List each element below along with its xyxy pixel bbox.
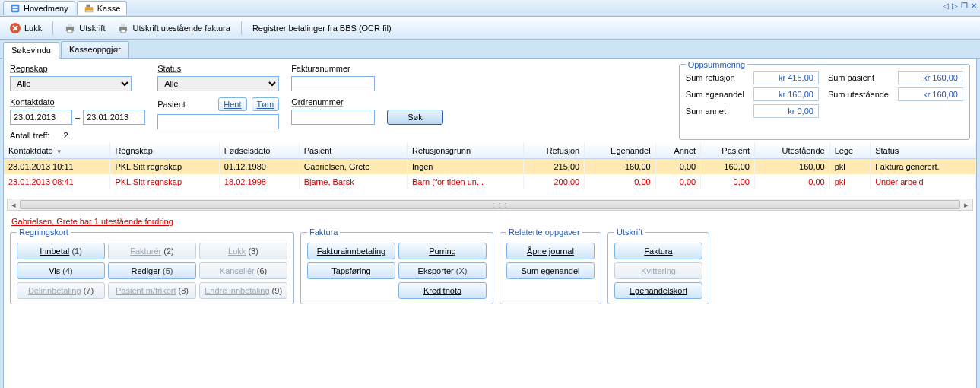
col-status[interactable]: Status xyxy=(871,143,976,159)
tab-kasseoppgjor[interactable]: Kasseoppgjør xyxy=(61,41,129,58)
col-egenandel[interactable]: Egenandel xyxy=(585,143,656,159)
toolbar-utskrift-utestaende-button[interactable]: Utskrift utestående faktura xyxy=(113,20,234,37)
col-pasient[interactable]: Pasient xyxy=(299,143,407,159)
ordrenummer-input[interactable] xyxy=(291,110,375,125)
lukk-card-button: Lukk (3) xyxy=(199,243,287,259)
close-window-icon[interactable]: ✕ xyxy=(971,2,977,10)
sok-button[interactable]: Søk xyxy=(387,110,443,125)
table-row[interactable]: 23.01.2013 08:41 PKL Sitt regnskap 18.02… xyxy=(4,174,976,189)
cell: 0,00 xyxy=(701,174,755,189)
close-icon xyxy=(9,22,21,34)
purring-button[interactable]: Purring xyxy=(398,243,487,259)
summary-box: Oppsummering Sum refusjon kr 415,00 Sum … xyxy=(679,64,970,140)
cell: 200,00 xyxy=(523,174,584,189)
status-select[interactable]: Alle xyxy=(157,76,279,91)
pasient-label: Pasient xyxy=(157,100,186,109)
sum-egenandel-label: Sum egenandel xyxy=(686,90,744,99)
cell: Ingen xyxy=(407,159,523,175)
svg-rect-12 xyxy=(121,30,125,33)
vis-button[interactable]: Vis (4) xyxy=(17,262,105,279)
antall-treff-value: 2 xyxy=(63,131,68,140)
results-table-wrap: Kontaktdato▼ Regnskap Fødselsdato Pasien… xyxy=(4,143,976,189)
fakturainnbetaling-button[interactable]: Fakturainnbetaling xyxy=(307,243,395,259)
col-refusjonsgrunn[interactable]: Refusjonsgrunn xyxy=(407,143,523,159)
separator xyxy=(241,21,242,35)
results-table: Kontaktdato▼ Regnskap Fødselsdato Pasien… xyxy=(4,143,976,189)
prev-window-icon[interactable]: ◁ xyxy=(943,2,949,10)
group-regningskort: Regningskort Innbetal (1) Fakturér (2) L… xyxy=(10,227,294,304)
svg-rect-9 xyxy=(68,30,72,33)
scroll-left-icon[interactable]: ◂ xyxy=(8,199,20,210)
scroll-right-icon[interactable]: ▸ xyxy=(960,199,972,210)
tab-kasse[interactable]: Kasse xyxy=(77,1,128,15)
utskrift-faktura-button[interactable]: Faktura xyxy=(614,243,702,259)
next-window-icon[interactable]: ▷ xyxy=(952,2,958,10)
svg-rect-11 xyxy=(121,24,125,27)
cell: 215,00 xyxy=(523,159,584,175)
sum-annet-label: Sum annet xyxy=(686,107,744,116)
col-lege[interactable]: Lege xyxy=(829,143,870,159)
separator xyxy=(52,21,53,35)
pasient-input[interactable] xyxy=(157,114,279,129)
toolbar-registrer-bbs-label: Registrer betalinger fra BBS (OCR fil) xyxy=(252,24,392,33)
sub-tab-bar: Søkevindu Kasseoppgjør xyxy=(0,40,980,59)
col-fodselsdato[interactable]: Fødselsdato xyxy=(219,143,299,159)
date-separator: – xyxy=(75,113,80,122)
col-regnskap[interactable]: Regnskap xyxy=(110,143,219,159)
hent-button[interactable]: Hent xyxy=(218,97,246,111)
kontaktdato-label: Kontaktdato xyxy=(10,97,145,107)
group-regningskort-title: Regningskort xyxy=(17,227,71,237)
table-row[interactable]: 23.01.2013 10:11 PKL Sitt regnskap 01.12… xyxy=(4,159,976,175)
filter-bar: Regnskap Alle Kontaktdato – Antall treff… xyxy=(4,59,976,143)
tab-hovedmeny-label: Hovedmeny xyxy=(24,4,68,13)
utskrift-egenandelskort-button[interactable]: Egenandelskort xyxy=(614,282,702,299)
col-utestaende[interactable]: Utestående xyxy=(755,143,830,159)
main-panel: Regnskap Alle Kontaktdato – Antall treff… xyxy=(3,59,977,388)
svg-rect-4 xyxy=(86,5,90,8)
printer-invoice-icon xyxy=(117,22,129,34)
cell: 160,00 xyxy=(755,159,830,175)
home-icon xyxy=(10,3,21,14)
tom-button[interactable]: Tøm xyxy=(252,97,280,111)
toolbar-lukk-button[interactable]: Lukk xyxy=(5,20,46,37)
apne-journal-button[interactable]: Åpne journal xyxy=(506,243,595,259)
sort-desc-icon: ▼ xyxy=(56,148,62,155)
sum-egenandel-button[interactable]: Sum egenandel xyxy=(506,262,595,279)
group-utskrift-title: Utskrift xyxy=(614,227,645,237)
date-to-input[interactable] xyxy=(83,110,145,125)
tab-sokevindu[interactable]: Søkevindu xyxy=(3,42,59,59)
toolbar-utskrift-button[interactable]: Utskrift xyxy=(59,20,109,37)
endre-innbetaling-button: Endre innbetaling (9) xyxy=(199,282,287,299)
tab-hovedmeny[interactable]: Hovedmeny xyxy=(3,1,75,15)
cell: Faktura generert. xyxy=(871,159,976,175)
tapsforing-button[interactable]: Tapsføring xyxy=(307,262,395,279)
innbetal-button[interactable]: Innbetal (1) xyxy=(17,243,105,259)
date-from-input[interactable] xyxy=(10,110,72,125)
status-label: Status xyxy=(157,64,279,73)
maximize-icon[interactable]: ❐ xyxy=(961,2,968,10)
toolbar-registrer-bbs-button[interactable]: Registrer betalinger fra BBS (OCR fil) xyxy=(248,21,396,35)
col-kontaktdato[interactable]: Kontaktdato▼ xyxy=(4,143,110,159)
cell: 0,00 xyxy=(655,174,701,189)
col-pasient-amt[interactable]: Pasient xyxy=(701,143,755,159)
sum-utestaende-value: kr 160,00 xyxy=(898,87,963,101)
cell: Bjarne, Barsk xyxy=(299,174,407,189)
cell: 0,00 xyxy=(755,174,830,189)
utskrift-kvittering-button: Kvittering xyxy=(614,262,702,279)
group-relaterte-title: Relaterte oppgaver xyxy=(506,227,582,237)
cell: Under arbeid xyxy=(871,174,976,189)
rediger-button[interactable]: Rediger (5) xyxy=(108,262,196,279)
col-refusjon[interactable]: Refusjon xyxy=(523,143,584,159)
col-annet[interactable]: Annet xyxy=(655,143,701,159)
sum-pasient-label: Sum pasient xyxy=(828,73,889,82)
group-faktura: Faktura Fakturainnbetaling Purring Tapsf… xyxy=(300,227,493,304)
fakturanummer-input[interactable] xyxy=(291,76,375,91)
horizontal-scrollbar[interactable]: ◂ ⋮⋮⋮ ▸ xyxy=(7,199,973,211)
kreditnota-button[interactable]: Kreditnota xyxy=(398,282,487,299)
cell: 0,00 xyxy=(585,174,656,189)
eksporter-button[interactable]: Eksporter (X) xyxy=(398,262,487,279)
top-tab-bar: Hovedmeny Kasse ◁ ▷ ❐ ✕ xyxy=(0,0,980,17)
outstanding-alert-link[interactable]: Gabrielsen, Grete har 1 utestående fordr… xyxy=(4,214,976,227)
regnskap-select[interactable]: Alle xyxy=(10,76,132,91)
cell: 0,00 xyxy=(655,159,701,175)
